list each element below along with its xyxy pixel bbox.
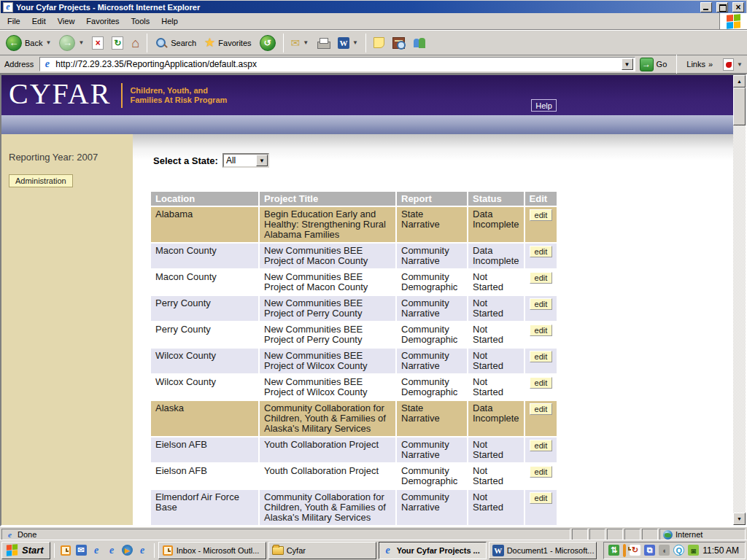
search-icon — [155, 36, 168, 50]
quicktime-icon[interactable]: Q — [673, 545, 684, 556]
edit-with-word-button[interactable]: W ▼ — [335, 36, 361, 50]
forward-dropdown-icon[interactable]: ▼ — [78, 39, 84, 46]
mail-dropdown-icon[interactable]: ▼ — [303, 39, 309, 46]
address-dropdown-icon[interactable]: ▼ — [622, 58, 633, 70]
messenger-button[interactable] — [410, 36, 429, 50]
restore-button[interactable] — [716, 2, 728, 12]
vertical-scrollbar[interactable]: ▲ ▼ — [733, 75, 746, 525]
home-button[interactable]: ⌂ — [128, 35, 142, 51]
status-pane-empty — [589, 529, 605, 540]
media-player-icon[interactable]: ▶ — [121, 544, 133, 556]
network-icon[interactable]: ⧉ — [644, 545, 655, 556]
go-button[interactable]: → Go — [638, 58, 672, 71]
edit-button[interactable]: edit — [530, 246, 553, 257]
task-button[interactable]: Inbox - Microsoft Outl... — [158, 542, 266, 559]
acrobat-button[interactable]: ▼ — [720, 57, 746, 72]
tagline-line2: Families At Risk Program — [130, 96, 227, 104]
menu-favorites[interactable]: Favorites — [80, 15, 125, 27]
task-button[interactable]: WDocument1 - Microsoft... — [489, 542, 597, 559]
menu-file[interactable]: File — [1, 15, 26, 27]
menu-view[interactable]: View — [52, 15, 81, 27]
edit-button[interactable]: edit — [530, 298, 553, 310]
status-text: Done — [18, 530, 36, 539]
back-dropdown-icon[interactable]: ▼ — [45, 39, 51, 46]
state-select[interactable]: All ▼ — [222, 153, 269, 168]
cell-edit: edit — [525, 401, 557, 436]
menu-tools[interactable]: Tools — [125, 15, 156, 27]
page-ie-icon: e — [42, 59, 53, 70]
status-pane-empty — [642, 529, 658, 540]
status-pane-empty — [607, 529, 623, 540]
stop-button[interactable]: × — [89, 35, 107, 51]
back-icon: ← — [6, 35, 22, 51]
edit-button[interactable]: edit — [530, 466, 553, 478]
notes-button[interactable] — [371, 36, 387, 50]
state-select-label: Select a State: — [153, 155, 218, 166]
acrobat-dropdown-icon[interactable]: ▼ — [737, 61, 743, 68]
status-pane-empty — [624, 529, 640, 540]
print-button[interactable] — [314, 36, 333, 50]
address-bar: Address e http://72.29.23.35/ReportingAp… — [0, 55, 747, 74]
history-button[interactable]: ↺ — [257, 34, 279, 52]
messenger-icon — [413, 37, 426, 49]
reminder-clock-icon[interactable] — [623, 545, 626, 556]
links-button[interactable]: Links » — [682, 60, 717, 69]
edit-button[interactable]: edit — [530, 209, 553, 221]
task-label: Cyfar — [287, 546, 306, 555]
edit-button[interactable]: edit — [530, 377, 553, 389]
edit-button[interactable]: edit — [530, 324, 553, 336]
mail-button[interactable]: ✉ ▼ — [288, 35, 312, 51]
reporting-year: Reporting Year: 2007 — [9, 152, 125, 163]
print-icon — [317, 37, 330, 49]
forward-button[interactable]: → ▼ — [56, 34, 87, 52]
projects-table-body: AlabamaBegin Education Early and Healthy… — [151, 207, 557, 525]
ie-icon[interactable]: e — [136, 544, 149, 556]
research-button[interactable] — [390, 36, 408, 50]
column-header-edit: Edit — [525, 192, 557, 206]
menu-edit[interactable]: Edit — [26, 15, 52, 27]
sync-device-icon[interactable]: ⇅ — [608, 545, 619, 556]
search-button[interactable]: Search — [152, 35, 199, 51]
cell-location: Macon County — [151, 244, 258, 268]
ie-icon[interactable]: e — [90, 544, 103, 556]
state-select-arrow-icon[interactable]: ▼ — [256, 155, 268, 166]
volume-icon[interactable]: ◖ — [659, 545, 670, 556]
toolbar-separator — [283, 34, 284, 52]
minimize-button[interactable] — [700, 2, 712, 12]
address-input[interactable]: e http://72.29.23.35/ReportingApplicatio… — [39, 57, 635, 71]
cell-project-title: New Communities BEE Project of Macon Cou… — [260, 270, 395, 295]
favorites-button[interactable]: ★ Favorites — [201, 36, 255, 50]
scroll-down-icon[interactable]: ▼ — [733, 513, 746, 525]
graphics-icon[interactable]: ◙ — [688, 545, 699, 556]
sync-arrows-icon[interactable]: ↻ — [630, 545, 640, 556]
cell-location: Perry County — [151, 296, 258, 321]
taskbar-separator — [154, 543, 155, 558]
refresh-button[interactable]: ↻ — [109, 35, 126, 51]
edit-button[interactable]: edit — [530, 440, 553, 451]
task-button[interactable]: Cyfar — [268, 542, 376, 559]
edit-button[interactable]: edit — [530, 403, 553, 415]
administration-button[interactable]: Administration — [9, 174, 73, 187]
edit-button[interactable]: edit — [530, 272, 553, 284]
word-dropdown-icon[interactable]: ▼ — [352, 39, 358, 46]
outlook-clock-icon[interactable] — [60, 544, 72, 556]
scrollbar-thumb[interactable] — [733, 88, 746, 125]
outlook-express-icon[interactable]: ✉ — [75, 544, 88, 556]
task-button[interactable]: eYour Cyfar Projects ... — [379, 542, 487, 559]
table-row: Macon CountyNew Communities BEE Project … — [151, 244, 557, 268]
start-button[interactable]: Start — [1, 542, 50, 559]
edit-button[interactable]: edit — [530, 492, 553, 504]
help-button[interactable]: Help — [531, 99, 557, 112]
favorites-label: Favorites — [218, 39, 251, 47]
menu-help[interactable]: Help — [155, 15, 184, 27]
cell-status: Not Started — [468, 375, 524, 400]
close-button[interactable]: × — [732, 2, 744, 12]
ie-icon[interactable]: e — [106, 544, 118, 556]
back-button[interactable]: ← Back ▼ — [3, 34, 54, 52]
cell-location: Eielson AFB — [151, 464, 258, 489]
sidebar: Reporting Year: 2007 Administration — [1, 134, 133, 525]
edit-button[interactable]: edit — [530, 351, 553, 362]
scroll-up-icon[interactable]: ▲ — [733, 75, 746, 88]
table-row: Wilcox CountyNew Communities BEE Project… — [151, 349, 557, 373]
word-icon: W — [492, 545, 504, 556]
